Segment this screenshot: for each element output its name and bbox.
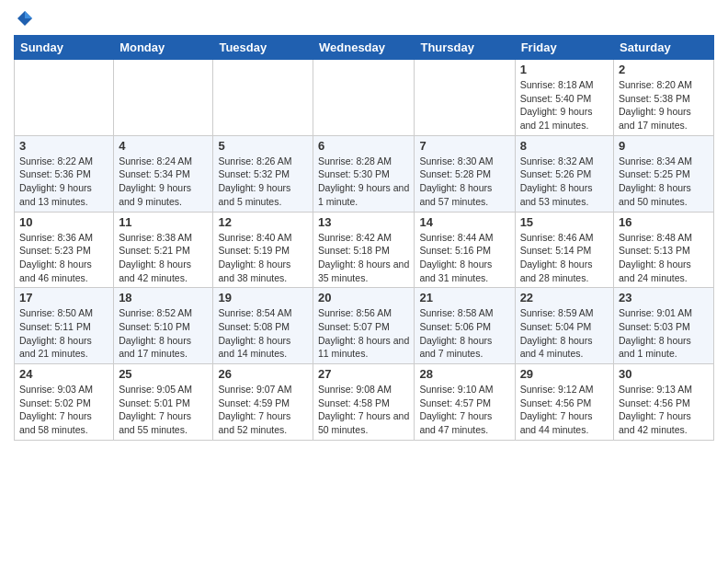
day-number: 8	[520, 139, 609, 153]
day-number: 24	[19, 367, 108, 381]
day-info: Sunrise: 9:10 AM Sunset: 4:57 PM Dayligh…	[419, 383, 509, 437]
weekday-saturday: Saturday	[614, 36, 714, 60]
day-number: 17	[19, 291, 108, 304]
day-cell: 15Sunrise: 8:46 AM Sunset: 5:14 PM Dayli…	[515, 212, 613, 288]
day-cell: 16Sunrise: 8:48 AM Sunset: 5:13 PM Dayli…	[614, 212, 714, 288]
day-cell	[15, 60, 114, 136]
day-info: Sunrise: 8:54 AM Sunset: 5:08 PM Dayligh…	[218, 306, 308, 361]
day-cell	[213, 60, 313, 136]
day-info: Sunrise: 8:38 AM Sunset: 5:21 PM Dayligh…	[119, 231, 208, 285]
day-info: Sunrise: 8:44 AM Sunset: 5:16 PM Dayligh…	[419, 231, 509, 285]
day-number: 6	[318, 139, 409, 153]
day-info: Sunrise: 8:46 AM Sunset: 5:14 PM Dayligh…	[520, 231, 609, 285]
week-row-5: 24Sunrise: 9:03 AM Sunset: 5:02 PM Dayli…	[15, 364, 714, 441]
day-cell: 7Sunrise: 8:30 AM Sunset: 5:28 PM Daylig…	[415, 135, 515, 212]
day-cell: 12Sunrise: 8:40 AM Sunset: 5:19 PM Dayli…	[213, 212, 313, 288]
day-number: 23	[619, 291, 709, 304]
day-cell: 30Sunrise: 9:13 AM Sunset: 4:56 PM Dayli…	[614, 364, 714, 441]
weekday-friday: Friday	[515, 36, 613, 60]
day-info: Sunrise: 8:30 AM Sunset: 5:28 PM Dayligh…	[419, 155, 509, 209]
weekday-sunday: Sunday	[15, 36, 114, 60]
day-number: 3	[19, 139, 108, 153]
day-number: 21	[419, 291, 509, 304]
logo-icon	[16, 9, 34, 28]
day-cell: 3Sunrise: 8:22 AM Sunset: 5:36 PM Daylig…	[15, 135, 114, 212]
day-info: Sunrise: 8:59 AM Sunset: 5:04 PM Dayligh…	[520, 306, 609, 361]
day-info: Sunrise: 8:42 AM Sunset: 5:18 PM Dayligh…	[318, 231, 409, 285]
weekday-wednesday: Wednesday	[313, 36, 415, 60]
day-info: Sunrise: 8:28 AM Sunset: 5:30 PM Dayligh…	[318, 155, 409, 209]
day-info: Sunrise: 9:05 AM Sunset: 5:01 PM Dayligh…	[119, 383, 208, 437]
day-info: Sunrise: 8:48 AM Sunset: 5:13 PM Dayligh…	[619, 231, 709, 285]
day-number: 29	[520, 367, 609, 381]
day-number: 5	[218, 139, 308, 153]
day-info: Sunrise: 8:34 AM Sunset: 5:25 PM Dayligh…	[619, 155, 709, 209]
day-cell: 21Sunrise: 8:58 AM Sunset: 5:06 PM Dayli…	[415, 288, 515, 364]
day-cell: 25Sunrise: 9:05 AM Sunset: 5:01 PM Dayli…	[114, 364, 213, 441]
day-number: 14	[419, 215, 509, 229]
week-row-2: 3Sunrise: 8:22 AM Sunset: 5:36 PM Daylig…	[15, 135, 714, 212]
day-cell: 20Sunrise: 8:56 AM Sunset: 5:07 PM Dayli…	[313, 288, 415, 364]
week-row-1: 1Sunrise: 8:18 AM Sunset: 5:40 PM Daylig…	[15, 60, 714, 136]
day-info: Sunrise: 9:13 AM Sunset: 4:56 PM Dayligh…	[619, 383, 709, 437]
day-info: Sunrise: 9:08 AM Sunset: 4:58 PM Dayligh…	[318, 383, 409, 437]
day-cell: 18Sunrise: 8:52 AM Sunset: 5:10 PM Dayli…	[114, 288, 213, 364]
day-info: Sunrise: 8:26 AM Sunset: 5:32 PM Dayligh…	[218, 155, 308, 209]
day-number: 15	[520, 215, 609, 229]
day-cell: 10Sunrise: 8:36 AM Sunset: 5:23 PM Dayli…	[15, 212, 114, 288]
day-info: Sunrise: 9:01 AM Sunset: 5:03 PM Dayligh…	[619, 306, 709, 361]
day-number: 19	[218, 291, 308, 304]
day-cell: 29Sunrise: 9:12 AM Sunset: 4:56 PM Dayli…	[515, 364, 613, 441]
day-info: Sunrise: 8:22 AM Sunset: 5:36 PM Dayligh…	[19, 155, 108, 209]
day-cell: 6Sunrise: 8:28 AM Sunset: 5:30 PM Daylig…	[313, 135, 415, 212]
day-info: Sunrise: 9:03 AM Sunset: 5:02 PM Dayligh…	[19, 383, 108, 437]
day-cell: 27Sunrise: 9:08 AM Sunset: 4:58 PM Dayli…	[313, 364, 415, 441]
logo	[14, 9, 34, 28]
header	[14, 9, 714, 28]
day-info: Sunrise: 8:20 AM Sunset: 5:38 PM Dayligh…	[619, 78, 709, 132]
day-number: 11	[119, 215, 208, 229]
day-cell	[313, 60, 415, 136]
weekday-tuesday: Tuesday	[213, 36, 313, 60]
weekday-thursday: Thursday	[415, 36, 515, 60]
day-cell: 13Sunrise: 8:42 AM Sunset: 5:18 PM Dayli…	[313, 212, 415, 288]
day-info: Sunrise: 9:07 AM Sunset: 4:59 PM Dayligh…	[218, 383, 308, 437]
day-cell: 1Sunrise: 8:18 AM Sunset: 5:40 PM Daylig…	[515, 60, 613, 136]
day-cell: 23Sunrise: 9:01 AM Sunset: 5:03 PM Dayli…	[614, 288, 714, 364]
day-cell: 11Sunrise: 8:38 AM Sunset: 5:21 PM Dayli…	[114, 212, 213, 288]
day-cell: 22Sunrise: 8:59 AM Sunset: 5:04 PM Dayli…	[515, 288, 613, 364]
day-number: 13	[318, 215, 409, 229]
day-cell: 8Sunrise: 8:32 AM Sunset: 5:26 PM Daylig…	[515, 135, 613, 212]
weekday-monday: Monday	[114, 36, 213, 60]
day-info: Sunrise: 8:58 AM Sunset: 5:06 PM Dayligh…	[419, 306, 509, 361]
day-cell	[415, 60, 515, 136]
day-number: 7	[419, 139, 509, 153]
day-number: 20	[318, 291, 409, 304]
day-info: Sunrise: 8:32 AM Sunset: 5:26 PM Dayligh…	[520, 155, 609, 209]
day-cell: 5Sunrise: 8:26 AM Sunset: 5:32 PM Daylig…	[213, 135, 313, 212]
day-cell: 26Sunrise: 9:07 AM Sunset: 4:59 PM Dayli…	[213, 364, 313, 441]
week-row-4: 17Sunrise: 8:50 AM Sunset: 5:11 PM Dayli…	[15, 288, 714, 364]
day-info: Sunrise: 8:50 AM Sunset: 5:11 PM Dayligh…	[19, 306, 108, 361]
svg-marker-1	[25, 11, 32, 18]
day-number: 1	[520, 63, 609, 76]
day-cell: 14Sunrise: 8:44 AM Sunset: 5:16 PM Dayli…	[415, 212, 515, 288]
day-number: 26	[218, 367, 308, 381]
day-number: 22	[520, 291, 609, 304]
day-number: 27	[318, 367, 409, 381]
day-cell: 9Sunrise: 8:34 AM Sunset: 5:25 PM Daylig…	[614, 135, 714, 212]
day-info: Sunrise: 8:24 AM Sunset: 5:34 PM Dayligh…	[119, 155, 208, 209]
day-number: 4	[119, 139, 208, 153]
page: SundayMondayTuesdayWednesdayThursdayFrid…	[0, 0, 728, 454]
day-number: 28	[419, 367, 509, 381]
day-info: Sunrise: 9:12 AM Sunset: 4:56 PM Dayligh…	[520, 383, 609, 437]
day-cell: 2Sunrise: 8:20 AM Sunset: 5:38 PM Daylig…	[614, 60, 714, 136]
day-number: 2	[619, 63, 709, 76]
week-row-3: 10Sunrise: 8:36 AM Sunset: 5:23 PM Dayli…	[15, 212, 714, 288]
day-info: Sunrise: 8:40 AM Sunset: 5:19 PM Dayligh…	[218, 231, 308, 285]
weekday-header-row: SundayMondayTuesdayWednesdayThursdayFrid…	[15, 36, 714, 60]
day-info: Sunrise: 8:52 AM Sunset: 5:10 PM Dayligh…	[119, 306, 208, 361]
day-cell: 17Sunrise: 8:50 AM Sunset: 5:11 PM Dayli…	[15, 288, 114, 364]
day-info: Sunrise: 8:18 AM Sunset: 5:40 PM Dayligh…	[520, 78, 609, 132]
day-number: 18	[119, 291, 208, 304]
